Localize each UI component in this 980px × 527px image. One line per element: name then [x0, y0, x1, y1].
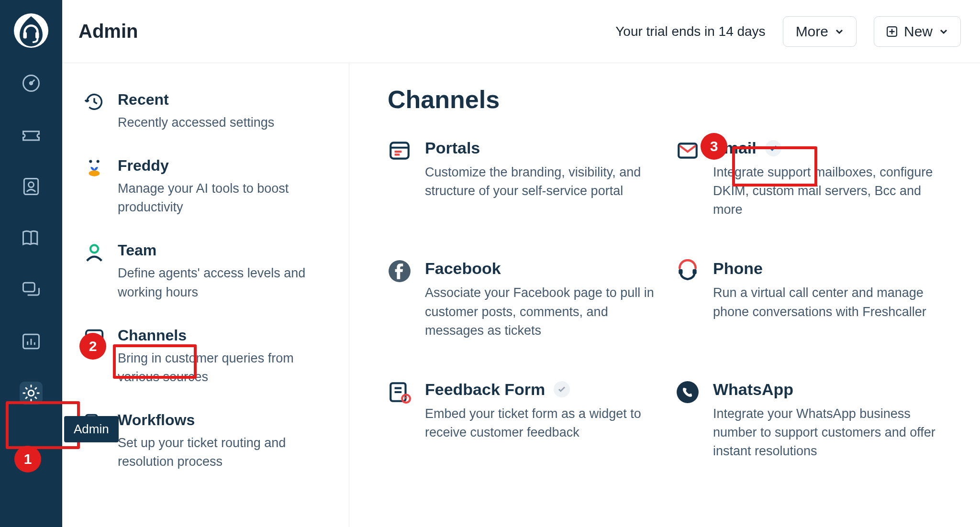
svg-rect-0: [23, 32, 27, 39]
page-title: Admin: [78, 21, 138, 42]
sidebar-item-desc: Bring in customer queries from various s…: [118, 349, 328, 386]
card-desc: Embed your ticket form as a widget to re…: [425, 405, 656, 442]
body: Recent Recently accessed settings Freddy…: [62, 63, 980, 527]
card-whatsapp[interactable]: WhatsApp Integrate your WhatsApp busines…: [676, 380, 944, 461]
sidebar-item-team[interactable]: Team Define agents' access levels and wo…: [83, 233, 328, 318]
sidebar-item-title: Team: [118, 242, 328, 259]
trial-banner: Your trial ends in 14 days: [615, 24, 765, 39]
svg-point-13: [90, 245, 98, 253]
card-feedback-form[interactable]: Feedback Form Embed your ticket form as …: [388, 380, 656, 461]
new-button[interactable]: New: [874, 16, 961, 47]
svg-rect-19: [679, 269, 682, 274]
card-desc: Associate your Facebook page to pull in …: [425, 284, 656, 340]
sidebar-item-freddy[interactable]: Freddy Manage your AI tools to boost pro…: [83, 148, 328, 233]
card-title: Facebook: [425, 259, 656, 278]
whatsapp-icon: [676, 380, 700, 404]
sidebar-item-desc: Define agents' access levels and working…: [118, 264, 328, 301]
svg-point-3: [30, 82, 33, 85]
check-icon: [557, 385, 566, 394]
chats-icon: [21, 279, 42, 300]
nav-rail: [0, 0, 62, 527]
headset-droplet-icon: [14, 13, 48, 48]
facebook-icon: [388, 259, 412, 283]
channels-icon: [83, 327, 105, 349]
sidebar-item-desc: Recently accessed settings: [118, 113, 274, 132]
gauge-icon: [21, 73, 42, 94]
content-area: Admin Your trial ends in 14 days More Ne…: [62, 0, 980, 527]
chevron-down-icon: [939, 27, 948, 36]
nav-admin[interactable]: [20, 382, 43, 405]
phone-icon: [676, 259, 700, 283]
sidebar-item-title: Channels: [118, 327, 328, 344]
main-heading: Channels: [388, 85, 949, 114]
card-title: Portals: [425, 139, 656, 157]
plus-box-icon: [887, 26, 897, 37]
app-root: Admin Your trial ends in 14 days More Ne…: [0, 0, 980, 527]
svg-point-11: [97, 160, 100, 163]
verified-chip: [554, 381, 570, 397]
card-desc: Integrate your WhatsApp business number …: [713, 405, 944, 461]
sidebar-item-desc: Set up your ticket routing and resolutio…: [118, 434, 328, 471]
freddy-icon: [83, 157, 105, 179]
email-icon: [676, 139, 700, 163]
new-button-label: New: [904, 23, 933, 40]
verified-chip: [765, 140, 781, 156]
sidebar-item-desc: Manage your AI tools to boost productivi…: [118, 179, 328, 217]
more-button[interactable]: More: [783, 16, 857, 47]
main-panel: Channels Portals Customize the branding,…: [349, 63, 980, 527]
svg-point-10: [89, 160, 92, 163]
check-icon: [769, 144, 778, 153]
ticket-icon: [21, 124, 42, 145]
svg-point-12: [89, 171, 100, 176]
card-title: WhatsApp: [713, 380, 944, 399]
nav-social[interactable]: [20, 278, 43, 301]
chevron-down-icon: [835, 27, 844, 36]
book-icon: [21, 228, 42, 249]
sidebar-item-title: Workflows: [118, 411, 328, 429]
card-phone[interactable]: Phone Run a virtual call center and mana…: [676, 259, 944, 340]
feedback-form-icon: [388, 380, 412, 404]
svg-rect-1: [35, 32, 39, 39]
card-title: Email: [713, 139, 757, 157]
topbar: Admin Your trial ends in 14 days More Ne…: [62, 0, 980, 63]
card-portals[interactable]: Portals Customize the branding, visibili…: [388, 139, 656, 219]
team-icon: [83, 242, 105, 264]
settings-sidebar: Recent Recently accessed settings Freddy…: [62, 63, 349, 527]
svg-rect-20: [692, 269, 696, 274]
portals-icon: [388, 139, 412, 163]
nav-dashboard[interactable]: [20, 72, 43, 95]
card-title: Feedback Form: [425, 380, 545, 399]
history-icon: [83, 91, 105, 113]
svg-rect-14: [86, 330, 103, 343]
nav-solutions[interactable]: [20, 227, 43, 250]
nav-contacts[interactable]: [20, 175, 43, 198]
svg-point-23: [677, 381, 699, 403]
topbar-right: Your trial ends in 14 days More New: [615, 16, 961, 47]
gear-icon: [21, 383, 42, 404]
workflows-icon: [83, 411, 105, 433]
chart-icon: [21, 331, 42, 352]
svg-rect-6: [23, 283, 35, 291]
card-desc: Integrate support mailboxes, configure D…: [713, 163, 944, 219]
brand-logo[interactable]: [14, 13, 48, 48]
card-desc: Customize the branding, visibility, and …: [425, 163, 656, 200]
sidebar-item-title: Recent: [118, 91, 274, 109]
more-button-label: More: [796, 23, 828, 40]
sidebar-item-workflows[interactable]: Workflows Set up your ticket routing and…: [83, 403, 328, 487]
sidebar-item-title: Freddy: [118, 157, 328, 175]
svg-point-8: [28, 390, 34, 396]
card-facebook[interactable]: Facebook Associate your Facebook page to…: [388, 259, 656, 340]
sidebar-item-channels[interactable]: Channels Bring in customer queries from …: [83, 318, 328, 403]
card-title: Phone: [713, 259, 944, 278]
svg-point-5: [29, 182, 34, 187]
user-card-icon: [21, 176, 42, 197]
card-email[interactable]: Email Integrate support mailboxes, confi…: [676, 139, 944, 219]
channels-grid: Portals Customize the branding, visibili…: [388, 139, 949, 461]
nav-tickets[interactable]: [20, 123, 43, 146]
nav-analytics[interactable]: [20, 330, 43, 353]
sidebar-item-recent[interactable]: Recent Recently accessed settings: [83, 82, 328, 148]
card-desc: Run a virtual call center and manage pho…: [713, 284, 944, 321]
svg-rect-4: [24, 179, 38, 195]
